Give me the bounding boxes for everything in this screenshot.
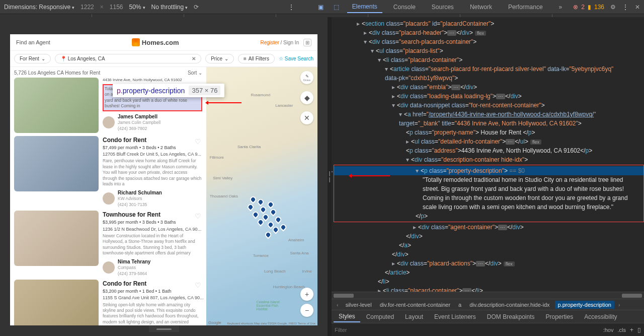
listing-description: Newer Construction located in the Heart …	[103, 233, 202, 256]
map-draw-button[interactable]: ✎Draw	[300, 71, 313, 84]
crumb[interactable]: div.description-container.hide-idx	[466, 301, 552, 309]
device-menu-icon[interactable]: ⋮	[288, 3, 295, 11]
styles-tab-styles[interactable]: Styles	[334, 311, 360, 322]
dom-text-node: "Totally remodeled traditional home in S…	[423, 176, 628, 211]
styles-tab-dom-bp[interactable]: DOM Breakpoints	[482, 312, 540, 322]
sources-tab[interactable]: Sources	[427, 2, 459, 13]
styles-filter-input[interactable]	[335, 327, 599, 333]
logo-icon	[132, 38, 140, 46]
price-filter[interactable]: Price ⌄	[205, 54, 234, 63]
listing-description: Rare, penthouse view home along Bluff Cr…	[103, 158, 202, 187]
cls-toggle[interactable]: .cls	[617, 327, 626, 333]
for-rent-filter[interactable]: For Rent ⌄	[14, 54, 51, 63]
listing-address: 12705 Bluff Creek Dr Unit 5, Los Angeles…	[103, 151, 202, 157]
selected-dom-node[interactable]: ▾<p class="property-description"> == $0	[334, 166, 643, 175]
styles-tab-layout[interactable]: Layout	[400, 312, 428, 322]
styles-tab-listeners[interactable]: Event Listeners	[429, 312, 481, 322]
all-filters-button[interactable]: ≡ All Filters	[238, 54, 275, 63]
viewport-resize-handle[interactable]	[149, 326, 179, 332]
agent-avatar	[103, 192, 115, 205]
styles-tab-props[interactable]: Properties	[541, 312, 579, 322]
crumb[interactable]: a	[455, 301, 464, 309]
map-attribution-right: Keyboard shortcuts Map data ©2024 Google…	[227, 322, 315, 325]
map-zoom-out[interactable]: −	[300, 304, 313, 317]
throttle-dropdown[interactable]: No throttling	[151, 4, 188, 11]
listing-card[interactable]: ♡ Condo for Rent $3,200 per month • 1 Be…	[14, 280, 202, 325]
listing-thumb[interactable]	[14, 280, 99, 325]
hov-toggle[interactable]: :hov	[603, 327, 614, 333]
dimensions-dropdown[interactable]: Dimensions: Responsive	[4, 4, 74, 11]
zoom-dropdown[interactable]: 50%	[129, 4, 145, 11]
width-input[interactable]: 1222	[80, 4, 94, 11]
register-link[interactable]: Register	[260, 40, 279, 45]
agent-name: James Campbell	[118, 113, 160, 120]
dom-horizontal-scrollbar[interactable]	[332, 292, 644, 299]
add-rule-icon[interactable]: +	[630, 326, 633, 333]
listing-card[interactable]: ♡ Townhouse for Rent $3,995 per month • …	[14, 211, 202, 277]
map-close-button[interactable]: ✕	[300, 111, 313, 124]
listing-thumb[interactable]	[14, 211, 99, 266]
listing-description: Striking open-loft style home with amazi…	[103, 302, 203, 326]
favorite-icon[interactable]: ♡	[195, 281, 201, 290]
styles-tab-computed[interactable]: Computed	[361, 312, 399, 322]
agent-name: Richard Schulman	[118, 189, 162, 196]
chevron-down-icon: ⌄	[224, 56, 228, 61]
map-layers-icon[interactable]: ◆	[300, 91, 313, 104]
listings-column: 5,726 Los Angeles CA Homes for Rent Sort…	[10, 67, 206, 325]
listing-price: $3,995 per month • 3 Beds • 3 Baths	[103, 219, 202, 225]
dom-tree[interactable]: ▸<section class="placards" id="placardCo…	[332, 17, 644, 292]
crumb[interactable]: silver-level	[343, 301, 375, 309]
map-zoom-in[interactable]: +	[300, 288, 313, 301]
listing-card[interactable]: ♡ Condo for Rent $7,499 per month • 3 Be…	[14, 136, 202, 208]
find-agent-link[interactable]: Find an Agent	[16, 39, 50, 45]
performance-tab[interactable]: Performance	[503, 2, 548, 13]
error-icon[interactable]: ⊗	[573, 4, 578, 11]
more-tabs-icon[interactable]: »	[554, 2, 568, 13]
crumb-next-icon[interactable]: ›	[616, 302, 622, 308]
sign-in-link[interactable]: Sign In	[283, 40, 299, 45]
save-search-button[interactable]: ☆ Save Search	[279, 56, 313, 61]
styles-tab-bar: Styles Computed Layout Event Listeners D…	[332, 310, 644, 323]
app-icon[interactable]: ⊞	[303, 39, 311, 46]
network-tab[interactable]: Network	[465, 2, 497, 13]
styles-menu-icon[interactable]: ▯	[637, 326, 641, 333]
devtools-menu-icon[interactable]: ⋮	[622, 3, 629, 11]
device-viewport: p.property-description 357 × 76 Find an …	[0, 17, 328, 336]
settings-icon[interactable]: ⚙	[610, 4, 616, 11]
breadcrumb-bar: ‹ silver-level div.for-rent-content-cont…	[332, 299, 644, 310]
map-label: Simi Valley	[213, 176, 232, 180]
map[interactable]: ✎Draw ◆ ✕ + − Lancaster	[206, 67, 317, 325]
clear-location-icon[interactable]: ✕	[192, 56, 196, 61]
listing-thumb[interactable]	[14, 136, 99, 191]
agent-name: Nima Tehrany	[118, 258, 150, 265]
map-label: Rosamond	[251, 93, 270, 97]
console-tab[interactable]: Console	[388, 2, 421, 13]
location-filter[interactable]: 📍 Los Angeles, CA✕	[55, 54, 201, 63]
crumb-active[interactable]: p.property-description	[555, 301, 614, 309]
dom-gutter-actions[interactable]: ⋯	[332, 167, 333, 176]
annotation-arrow-right	[350, 175, 390, 176]
inspect-element-icon[interactable]: ▣	[316, 4, 326, 11]
device-mode-icon[interactable]: ⬚	[332, 4, 341, 11]
panel-resizer[interactable]	[328, 17, 332, 336]
warn-icon[interactable]: ▮	[588, 4, 591, 11]
favorite-icon[interactable]: ♡	[195, 137, 201, 147]
map-label: Huntington Beach	[273, 285, 305, 289]
rotate-icon[interactable]: ⟳	[194, 4, 199, 11]
agent-avatar	[103, 261, 115, 274]
map-label: Irvine	[302, 269, 312, 274]
agent-phone: (424) 301-7135	[118, 202, 162, 208]
crumb-prev-icon[interactable]: ‹	[335, 302, 341, 308]
height-input[interactable]: 1156	[110, 4, 123, 11]
listing-price: $3,200 per month • 1 Bed • 1 Bath	[103, 288, 203, 294]
map-label: Santa Clarita	[237, 145, 261, 149]
listing-thumb[interactable]	[14, 78, 99, 133]
favorite-icon[interactable]: ♡	[195, 212, 201, 221]
elements-tab[interactable]: Elements	[347, 1, 382, 13]
sort-dropdown[interactable]: Sort ⌄	[188, 70, 202, 76]
auth-links: Register / Sign In ⊞	[260, 40, 311, 45]
styles-tab-a11y[interactable]: Accessibility	[579, 312, 622, 322]
site-logo[interactable]: Homes.com	[132, 38, 179, 46]
close-devtools-icon[interactable]: ✕	[635, 4, 640, 11]
crumb[interactable]: div.for-rent-content-container	[377, 301, 453, 309]
